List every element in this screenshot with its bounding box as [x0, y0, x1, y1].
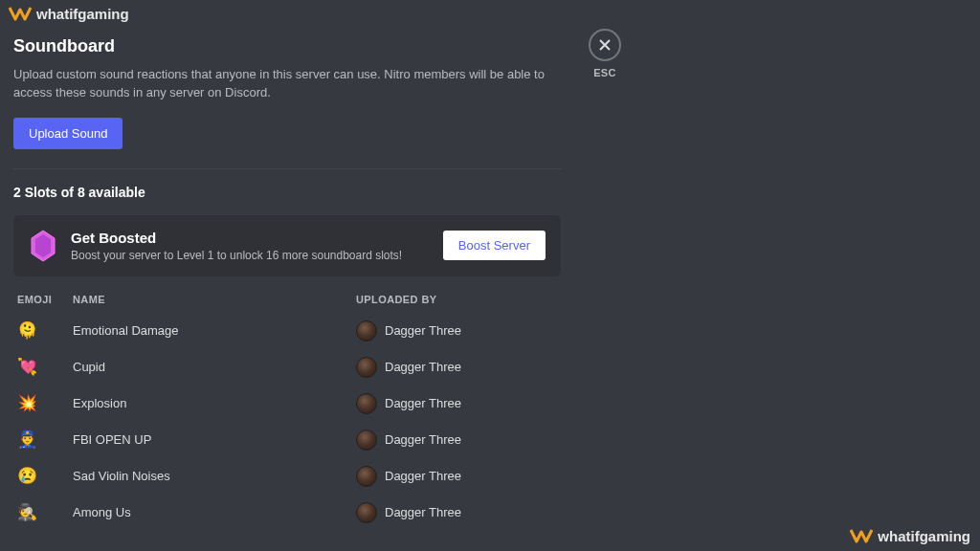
uploader-name: Dagger Three	[385, 323, 461, 338]
slots-available-text: 2 Slots of 8 available	[13, 185, 561, 200]
sound-row[interactable]: 🕵️Among UsDagger Three	[13, 495, 561, 531]
boost-gem-icon	[29, 229, 57, 263]
divider	[13, 168, 561, 169]
settings-panel: Soundboard Upload custom sound reactions…	[0, 0, 574, 531]
sounds-table-header: EMOJI NAME UPLOADED BY	[13, 294, 561, 313]
sounds-list: 🫠Emotional DamageDagger Three💘CupidDagge…	[13, 313, 561, 531]
uploader-name: Dagger Three	[385, 396, 461, 410]
page-description: Upload custom sound reactions that anyon…	[13, 66, 561, 102]
sound-emoji: 🕵️	[17, 502, 73, 522]
close-icon	[597, 37, 612, 53]
watermark-logo-icon	[8, 4, 33, 23]
watermark-text: whatifgaming	[878, 528, 970, 544]
sound-emoji: 😢	[17, 466, 73, 486]
sound-uploader: Dagger Three	[356, 393, 557, 414]
sound-row[interactable]: 🫠Emotional DamageDagger Three	[13, 313, 561, 349]
page-title: Soundboard	[13, 36, 561, 56]
uploader-avatar	[356, 466, 377, 487]
sound-emoji: 💘	[17, 357, 73, 377]
uploader-avatar	[356, 502, 377, 523]
boost-title: Get Boosted	[71, 230, 430, 246]
watermark-top: whatifgaming	[8, 4, 129, 23]
boost-server-button[interactable]: Boost Server	[443, 231, 546, 260]
sound-name: FBI OPEN UP	[73, 432, 356, 447]
sound-name: Cupid	[73, 360, 356, 374]
sound-emoji: 👮	[17, 430, 73, 450]
sound-emoji: 🫠	[17, 320, 73, 341]
sound-uploader: Dagger Three	[356, 430, 557, 451]
sound-row[interactable]: 💥ExplosionDagger Three	[13, 386, 561, 422]
sound-row[interactable]: 💘CupidDagger Three	[13, 349, 561, 386]
boost-text: Get Boosted Boost your server to Level 1…	[71, 230, 430, 262]
svg-marker-1	[35, 234, 51, 257]
sound-uploader: Dagger Three	[356, 502, 557, 523]
watermark-bottom: whatifgaming	[849, 526, 970, 545]
uploader-avatar	[356, 357, 377, 378]
sound-uploader: Dagger Three	[356, 357, 557, 378]
sound-name: Explosion	[73, 396, 356, 410]
sound-name: Among Us	[73, 505, 356, 519]
close-area: ESC	[589, 29, 621, 78]
sound-name: Emotional Damage	[73, 323, 356, 338]
uploader-avatar	[356, 430, 377, 451]
uploader-avatar	[356, 393, 377, 414]
upload-sound-button[interactable]: Upload Sound	[13, 118, 122, 149]
sound-row[interactable]: 👮FBI OPEN UPDagger Three	[13, 422, 561, 458]
sound-row[interactable]: 😢Sad Violin NoisesDagger Three	[13, 458, 561, 495]
col-header-uploader: UPLOADED BY	[356, 294, 557, 305]
sound-uploader: Dagger Three	[356, 320, 557, 342]
watermark-logo-icon	[849, 526, 874, 545]
boost-subtitle: Boost your server to Level 1 to unlock 1…	[71, 249, 430, 262]
sound-name: Sad Violin Noises	[73, 469, 356, 483]
uploader-name: Dagger Three	[385, 469, 461, 483]
uploader-name: Dagger Three	[385, 432, 461, 447]
boost-card: Get Boosted Boost your server to Level 1…	[13, 215, 561, 276]
close-label: ESC	[593, 67, 616, 78]
sound-uploader: Dagger Three	[356, 466, 557, 487]
uploader-name: Dagger Three	[385, 360, 461, 374]
col-header-emoji: EMOJI	[17, 294, 73, 305]
uploader-name: Dagger Three	[385, 505, 461, 519]
watermark-text: whatifgaming	[36, 6, 129, 22]
col-header-name: NAME	[73, 294, 356, 305]
close-button[interactable]	[589, 29, 621, 61]
uploader-avatar	[356, 320, 377, 342]
sound-emoji: 💥	[17, 393, 73, 413]
